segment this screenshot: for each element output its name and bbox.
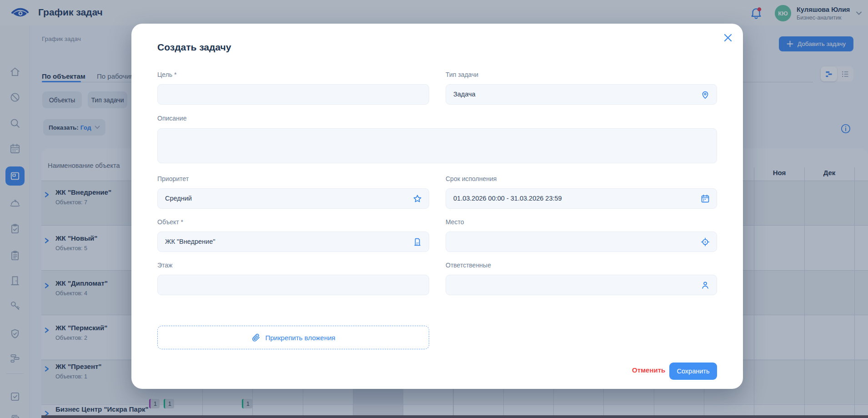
create-task-modal: Создать задачу Цель * Тип задачи Задача … (131, 24, 743, 389)
description-textarea[interactable] (157, 128, 717, 163)
app-root: График задач КЮ Куляшова Юлия Бизнес-ана… (0, 0, 868, 418)
place-input[interactable] (446, 232, 717, 252)
modal-title: Создать задачу (157, 42, 231, 53)
crosshair-icon[interactable] (700, 237, 710, 247)
task-type-value: Задача (453, 91, 476, 98)
goal-label: Цель * (157, 71, 176, 78)
person-icon[interactable] (700, 280, 710, 290)
attach-files-button[interactable]: Прикрепить вложения (157, 326, 429, 349)
floor-label: Этаж (157, 262, 172, 269)
deadline-value: 01.03.2026 00:00 - 31.03.2026 23:59 (453, 195, 562, 202)
map-pin-icon[interactable] (700, 90, 710, 100)
save-button[interactable]: Сохранить (669, 363, 717, 380)
deadline-label: Срок исполнения (446, 175, 497, 182)
goal-input[interactable] (157, 84, 429, 105)
cancel-button[interactable]: Отменить (632, 366, 665, 374)
star-icon[interactable] (412, 194, 422, 204)
priority-select[interactable]: Средний (157, 188, 429, 209)
place-label: Место (446, 218, 464, 226)
priority-value: Средний (165, 195, 192, 202)
paperclip-icon (251, 333, 261, 342)
building-icon[interactable] (412, 237, 422, 247)
attach-files-label: Прикрепить вложения (266, 334, 336, 342)
object-value: ЖК "Внедрение" (165, 238, 215, 245)
calendar-icon[interactable] (700, 194, 710, 204)
close-icon[interactable] (722, 32, 734, 44)
object-label: Объект * (157, 218, 183, 226)
task-type-label: Тип задачи (446, 71, 478, 78)
task-type-select[interactable]: Задача (446, 84, 717, 105)
deadline-input[interactable]: 01.03.2026 00:00 - 31.03.2026 23:59 (446, 188, 717, 209)
description-label: Описание (157, 115, 186, 122)
object-select[interactable]: ЖК "Внедрение" (157, 232, 429, 252)
priority-label: Приоритет (157, 175, 189, 182)
responsible-label: Ответственные (446, 262, 491, 269)
responsible-input[interactable] (446, 275, 717, 295)
floor-input[interactable] (157, 275, 429, 295)
